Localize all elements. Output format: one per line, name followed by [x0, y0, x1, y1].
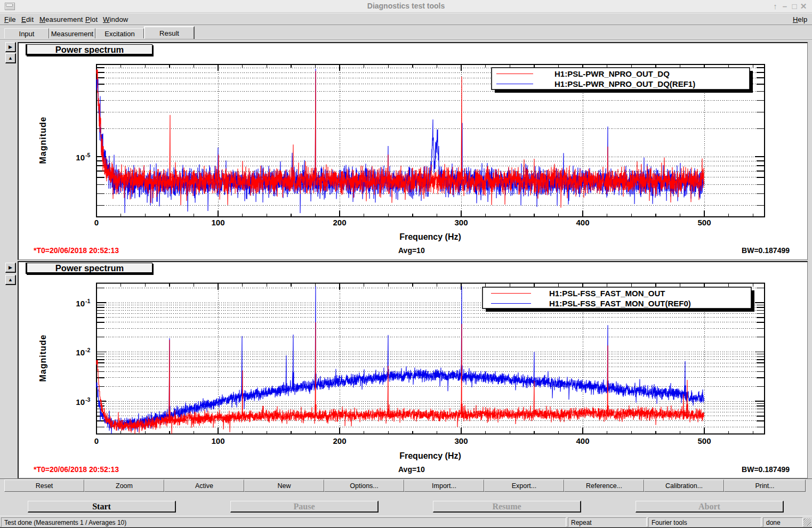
- svg-text:Frequency (Hz): Frequency (Hz): [399, 232, 461, 241]
- svg-text:Avg=10: Avg=10: [398, 465, 425, 474]
- svg-text:H1:PSL-PWR_NPRO_OUT_DQ: H1:PSL-PWR_NPRO_OUT_DQ: [554, 69, 670, 78]
- svg-text:-3: -3: [85, 396, 90, 403]
- svg-text:BW=0.187499: BW=0.187499: [742, 246, 790, 255]
- svg-text:H1:PSL-FSS_FAST_MON_OUT(REF0): H1:PSL-FSS_FAST_MON_OUT(REF0): [549, 299, 691, 308]
- svg-text:100: 100: [211, 218, 224, 227]
- svg-text:10: 10: [76, 348, 85, 357]
- svg-text:300: 300: [454, 218, 468, 227]
- svg-text:Frequency (Hz): Frequency (Hz): [399, 451, 461, 460]
- svg-text:BW=0.187499: BW=0.187499: [742, 465, 790, 474]
- svg-text:10: 10: [76, 299, 85, 308]
- svg-text:0: 0: [94, 436, 99, 445]
- svg-text:300: 300: [454, 436, 468, 445]
- svg-text:H1:PSL-FSS_FAST_MON_OUT: H1:PSL-FSS_FAST_MON_OUT: [549, 289, 665, 298]
- svg-text:500: 500: [697, 218, 711, 227]
- svg-text:-1: -1: [85, 298, 90, 304]
- svg-text:200: 200: [333, 436, 346, 445]
- svg-text:500: 500: [697, 436, 711, 445]
- svg-text:H1:PSL-PWR_NPRO_OUT_DQ(REF1): H1:PSL-PWR_NPRO_OUT_DQ(REF1): [554, 79, 695, 88]
- svg-text:400: 400: [576, 218, 589, 227]
- svg-text:*T0=20/06/2018 20:52:13: *T0=20/06/2018 20:52:13: [34, 246, 119, 255]
- svg-text:*T0=20/06/2018 20:52:13: *T0=20/06/2018 20:52:13: [34, 465, 119, 474]
- svg-text:Magnitude: Magnitude: [38, 335, 47, 382]
- svg-text:0: 0: [94, 218, 99, 227]
- svg-text:10: 10: [76, 153, 85, 162]
- svg-text:400: 400: [576, 436, 589, 445]
- svg-text:10: 10: [76, 397, 85, 407]
- svg-text:-5: -5: [85, 152, 90, 158]
- svg-text:200: 200: [333, 218, 346, 227]
- svg-text:Avg=10: Avg=10: [398, 246, 425, 255]
- svg-text:100: 100: [211, 436, 224, 445]
- svg-text:-2: -2: [85, 347, 90, 353]
- svg-text:Magnitude: Magnitude: [38, 117, 47, 164]
